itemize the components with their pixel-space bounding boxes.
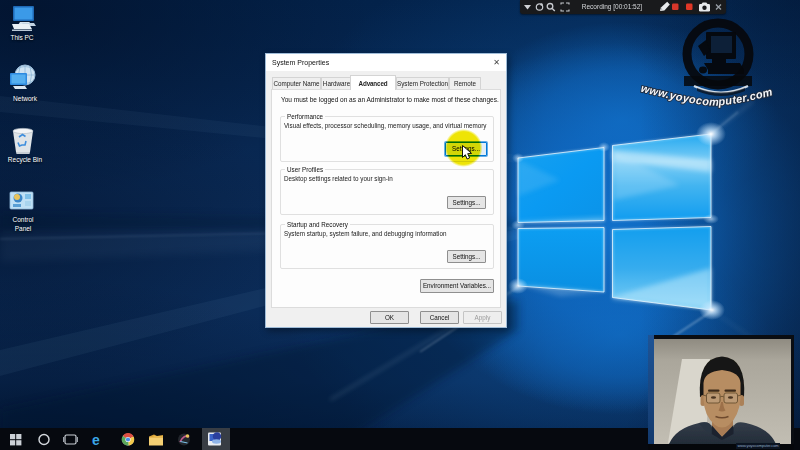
svg-text:Recording [00:01:52]: Recording [00:01:52] — [582, 3, 643, 11]
svg-text:e: e — [92, 432, 100, 448]
